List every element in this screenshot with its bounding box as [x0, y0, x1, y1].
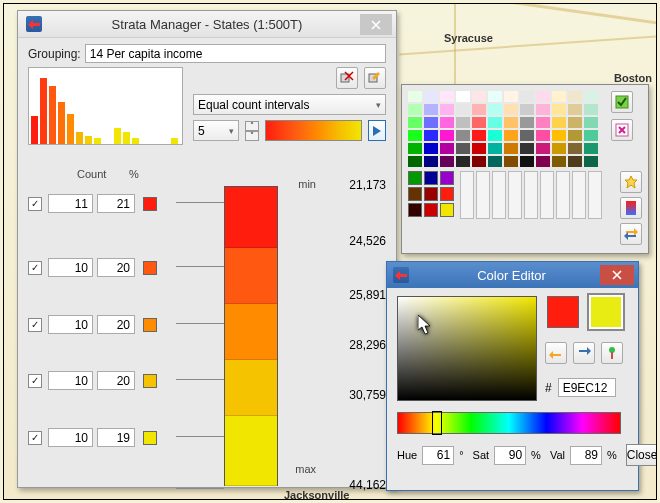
custom-swatch[interactable]: [408, 203, 422, 217]
palette-cell[interactable]: [408, 156, 422, 167]
break-value[interactable]: 44,162: [326, 478, 386, 492]
palette-cell[interactable]: [472, 104, 486, 115]
palette-cell[interactable]: [520, 91, 534, 102]
percent-input[interactable]: [97, 315, 135, 334]
palette-cell[interactable]: [504, 104, 518, 115]
palette-cell[interactable]: [568, 104, 582, 115]
palette-cell[interactable]: [424, 156, 438, 167]
palette-swap-button[interactable]: [620, 223, 642, 245]
custom-swatch[interactable]: [408, 171, 422, 185]
hue-input[interactable]: [422, 446, 454, 465]
palette-cell[interactable]: [456, 156, 470, 167]
custom-swatch[interactable]: [440, 187, 454, 201]
palette-cell[interactable]: [408, 117, 422, 128]
custom-swatch[interactable]: [424, 187, 438, 201]
row-checkbox[interactable]: ✓: [28, 261, 42, 275]
palette-cell[interactable]: [408, 104, 422, 115]
custom-swatches[interactable]: [408, 171, 454, 245]
val-input[interactable]: [570, 446, 602, 465]
row-color-swatch[interactable]: [143, 197, 157, 211]
palette-cell[interactable]: [456, 143, 470, 154]
gradient-preview[interactable]: [265, 120, 362, 141]
palette-cell[interactable]: [520, 130, 534, 141]
count-input[interactable]: [48, 428, 93, 447]
palette-cell[interactable]: [504, 130, 518, 141]
percent-input[interactable]: [97, 428, 135, 447]
hex-input[interactable]: [558, 378, 616, 397]
redo-color-button[interactable]: [573, 342, 595, 364]
palette-cell[interactable]: [568, 143, 582, 154]
palette-cell[interactable]: [568, 130, 582, 141]
palette-cell[interactable]: [504, 143, 518, 154]
strata-titlebar[interactable]: Strata Manager - States (1:500T): [18, 11, 396, 38]
percent-input[interactable]: [97, 194, 135, 213]
row-checkbox[interactable]: ✓: [28, 197, 42, 211]
palette-cell[interactable]: [488, 143, 502, 154]
palette-cell[interactable]: [504, 117, 518, 128]
palette-cell[interactable]: [424, 143, 438, 154]
grouping-field[interactable]: [85, 44, 386, 63]
empty-swatch-slots[interactable]: [460, 171, 602, 245]
palette-cell[interactable]: [568, 117, 582, 128]
custom-swatch[interactable]: [440, 203, 454, 217]
interval-method-select[interactable]: Equal count intervals▾: [193, 94, 386, 115]
palette-cell[interactable]: [536, 91, 550, 102]
palette-cell[interactable]: [584, 143, 598, 154]
row-color-swatch[interactable]: [143, 374, 157, 388]
palette-cell[interactable]: [424, 117, 438, 128]
palette-cell[interactable]: [568, 156, 582, 167]
palette-cell[interactable]: [488, 156, 502, 167]
palette-cell[interactable]: [536, 130, 550, 141]
palette-cell[interactable]: [520, 117, 534, 128]
break-value[interactable]: 25,891: [326, 288, 386, 302]
palette-cell[interactable]: [456, 104, 470, 115]
undo-color-button[interactable]: [545, 342, 567, 364]
hue-slider[interactable]: [397, 412, 621, 434]
row-checkbox[interactable]: ✓: [28, 431, 42, 445]
row-checkbox[interactable]: ✓: [28, 374, 42, 388]
palette-cell[interactable]: [408, 91, 422, 102]
row-color-swatch[interactable]: [143, 318, 157, 332]
palette-cell[interactable]: [584, 117, 598, 128]
palette-cell[interactable]: [552, 130, 566, 141]
break-value[interactable]: 24,526: [326, 234, 386, 248]
palette-cell[interactable]: [456, 117, 470, 128]
palette-cell[interactable]: [424, 91, 438, 102]
palette-cell[interactable]: [584, 130, 598, 141]
palette-cell[interactable]: [488, 104, 502, 115]
percent-input[interactable]: [97, 371, 135, 390]
eyedropper-button[interactable]: [601, 342, 623, 364]
palette-cell[interactable]: [440, 91, 454, 102]
palette-cell[interactable]: [584, 156, 598, 167]
add-strata-button[interactable]: [364, 67, 386, 89]
interval-count-select[interactable]: 5▾: [193, 120, 239, 141]
sat-input[interactable]: [494, 446, 526, 465]
palette-cell[interactable]: [584, 91, 598, 102]
close-icon[interactable]: [360, 14, 392, 35]
palette-cell[interactable]: [408, 130, 422, 141]
palette-cell[interactable]: [440, 130, 454, 141]
palette-cell[interactable]: [472, 156, 486, 167]
palette-cell[interactable]: [424, 104, 438, 115]
palette-cell[interactable]: [552, 143, 566, 154]
hue-marker[interactable]: [432, 411, 442, 435]
palette-cell[interactable]: [472, 143, 486, 154]
count-spinner[interactable]: ˄˅: [245, 121, 259, 141]
close-button[interactable]: Close: [626, 444, 657, 466]
palette-cell[interactable]: [408, 143, 422, 154]
palette-cell[interactable]: [520, 143, 534, 154]
palette-cell[interactable]: [552, 117, 566, 128]
palette-cell[interactable]: [536, 117, 550, 128]
palette-cell[interactable]: [584, 104, 598, 115]
palette-cell[interactable]: [568, 91, 582, 102]
row-color-swatch[interactable]: [143, 261, 157, 275]
custom-swatch[interactable]: [408, 187, 422, 201]
palette-cell[interactable]: [440, 104, 454, 115]
palette-cell[interactable]: [488, 117, 502, 128]
palette-cell[interactable]: [440, 156, 454, 167]
sv-field[interactable]: [397, 296, 537, 401]
custom-swatch[interactable]: [440, 171, 454, 185]
palette-gradient-button[interactable]: [620, 197, 642, 219]
break-value[interactable]: 30,759: [326, 388, 386, 402]
palette-cell[interactable]: [504, 91, 518, 102]
